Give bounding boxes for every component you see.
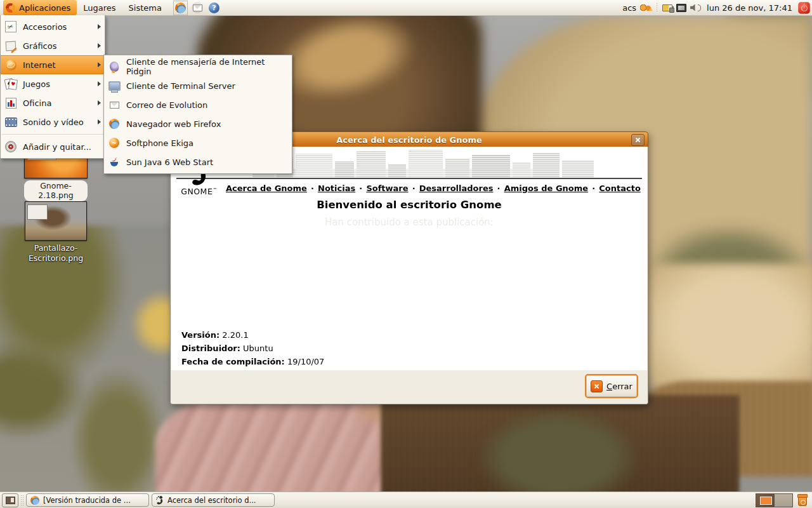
submenu-item-firefox[interactable]: Navegador web Firefox [104,114,292,133]
panel-tray: acs lun 26 de nov, 17:41 [622,2,812,14]
menu-item-accesorios[interactable]: ✂ Accesorios [1,17,105,36]
menu-item-label: Añadir y quitar... [23,142,91,152]
dialog-content: GNOME™ Acerca de Gnome · Noticias · Soft… [171,147,647,371]
menu-item-juegos[interactable]: ♠♥ Juegos [1,74,105,93]
office-icon [4,97,17,109]
menu-item-sonido-video[interactable]: Sonido y vídeo [1,112,105,131]
help-launcher[interactable]: ? [207,1,221,15]
submenu-arrow-icon [98,81,101,86]
firefox-icon [30,496,39,505]
field-distributor: Distribuidor: Ubuntu [181,342,324,355]
menu-item-graficos[interactable]: Gráficos [1,36,105,55]
gnome-foot-icon [156,496,164,505]
link-desarrolladores[interactable]: Desarrolladores [419,184,494,193]
taskbar-drag-handle[interactable] [20,495,24,506]
help-icon: ? [209,3,219,13]
user-switcher-label[interactable]: acs [622,3,636,13]
menu-item-label: Gráficos [23,41,56,51]
submenu-arrow-icon [98,100,101,105]
menu-item-oficina[interactable]: Oficina [1,93,105,112]
tray-status-icon[interactable] [640,4,652,12]
submenu-arrow-icon [98,119,101,124]
submenu-item-label: Correo de Evolution [126,100,207,110]
task-button-label: Acerca del escritorio d... [167,496,256,505]
show-desktop-icon [6,497,15,504]
dialog-title: Acerca del escritorio de Gnome [336,135,482,145]
version-fields: Versión: 2.20.1 Distribuidor: Ubuntu Fec… [181,328,324,368]
desktop-icon-pantallazo[interactable]: Pantallazo-Escritorio.png [19,201,93,264]
menu-item-label: Sonido y vídeo [23,117,84,127]
display-settings-icon[interactable] [676,4,686,12]
dialog-heading: Bienvenido al escritorio Gnome [171,199,647,211]
workspace-1[interactable] [756,494,774,507]
cerrar-button[interactable]: Cerrar [585,374,638,398]
taskbar-right [756,493,812,507]
submenu-item-terminal-server[interactable]: Cliente de Terminal Server [104,76,292,95]
menu-item-internet[interactable]: Internet [1,55,105,74]
menu-item-add-remove[interactable]: Añadir y quitar... [1,137,105,156]
trash-applet[interactable] [797,494,808,506]
menu-item-label: Juegos [23,79,50,89]
submenu-item-label: Cliente de Terminal Server [126,81,235,91]
battery-icon[interactable] [662,4,672,11]
desktop-icon-thumbnail[interactable] [25,201,87,241]
workspace-switcher [756,493,793,507]
submenu-arrow-icon [98,24,101,29]
mail-icon [192,2,203,13]
workspace-window-preview [760,497,772,505]
credits-faded-line: Han contribuido a esta publicación: [171,217,647,228]
submenu-item-label: Sun Java 6 Web Start [126,157,213,167]
task-button-about-gnome[interactable]: Acerca del escritorio d... [152,493,275,507]
task-button-firefox-window[interactable]: [Versión traducida de ... [26,493,149,507]
dialog-action-area: Cerrar [171,370,647,403]
evolution-launcher[interactable] [191,1,204,15]
dialog-body: GNOME™ Acerca de Gnome · Noticias · Soft… [170,147,648,404]
submenu-item-evolution[interactable]: Correo de Evolution [104,95,292,114]
show-desktop-button[interactable] [2,493,18,507]
firefox-icon [175,3,186,13]
bottom-taskbar: [Versión traducida de ... Acerca del esc… [0,491,812,508]
link-software[interactable]: Software [366,184,408,193]
clock-applet[interactable]: lun 26 de nov, 17:41 [705,3,794,13]
submenu-arrow-icon [98,62,101,67]
desktop-icon-label[interactable]: Pantallazo-Escritorio.png [19,243,93,264]
ubuntu-logo-icon [6,3,15,13]
link-noticias[interactable]: Noticias [318,184,355,193]
link-separator: · [411,184,417,193]
field-version: Versión: 2.20.1 [181,328,324,342]
link-contacto[interactable]: Contacto [599,184,641,193]
submenu-item-label: Softphone Ekiga [126,138,193,148]
submenu-item-pidgin[interactable]: Cliente de mensajería de Internet Pidgin [104,57,292,76]
close-icon [635,137,641,143]
tray-drag-handle[interactable] [656,3,658,13]
evolution-mail-icon [108,98,121,111]
task-button-label: [Versión traducida de ... [43,496,131,505]
menubar-sistema[interactable]: Sistema [122,0,168,15]
menu-item-label: Accesorios [23,22,67,32]
internet-submenu: Cliente de mensajería de Internet Pidgin… [103,55,292,174]
link-amigos-de-gnome[interactable]: Amigos de Gnome [504,184,588,193]
top-panel: Aplicaciones Lugares Sistema ? acs lun 2… [0,0,812,16]
desktop: Gnome-2.18.png Pantallazo-Escritorio.png… [0,0,812,508]
java-icon [108,156,121,168]
ekiga-icon: ~ [108,137,121,149]
link-acerca-de-gnome[interactable]: Acerca de Gnome [226,184,307,193]
menu-separator [2,134,103,135]
internet-globe-icon [4,58,17,71]
volume-applet[interactable] [690,4,701,11]
desktop-icon-label[interactable]: Gnome-2.18.png [24,180,88,201]
menubar-applications[interactable]: Aplicaciones [3,0,77,15]
link-separator: · [310,184,315,193]
submenu-item-ekiga[interactable]: ~ Softphone Ekiga [104,133,292,152]
submenu-item-label: Navegador web Firefox [126,119,221,129]
firefox-launcher[interactable] [173,1,188,15]
menubar-lugares[interactable]: Lugares [77,0,122,15]
close-button[interactable] [631,134,645,146]
pidgin-icon [108,60,121,73]
thumbnail-window [27,204,48,220]
menu-item-label: Oficina [23,98,51,108]
link-separator: · [496,184,502,193]
workspace-2[interactable] [774,494,792,507]
submenu-item-java-web-start[interactable]: Sun Java 6 Web Start [104,152,292,171]
power-button[interactable] [798,2,810,14]
